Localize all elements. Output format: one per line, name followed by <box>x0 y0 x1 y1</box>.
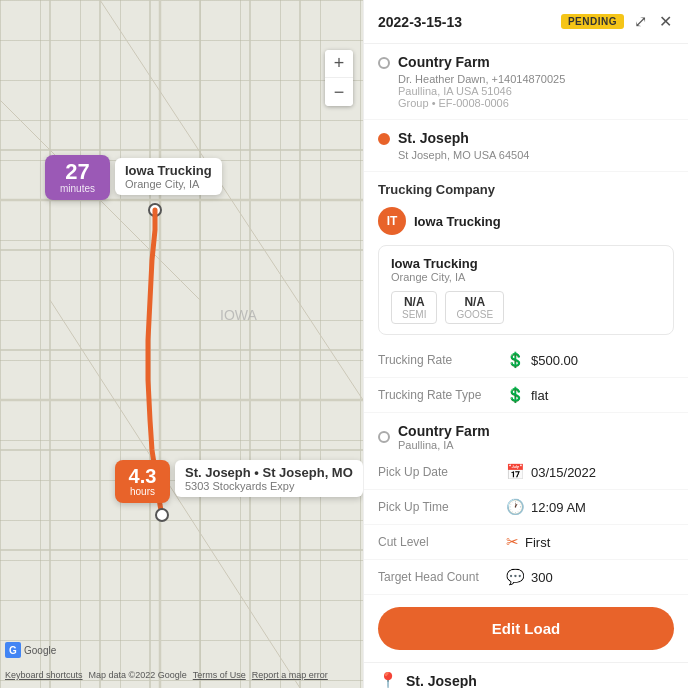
duration-unit: minutes <box>55 183 100 194</box>
card-company-location: Orange City, IA <box>391 271 661 283</box>
trucking-rate-type-label: Trucking Rate Type <box>378 388 498 402</box>
google-text: Google <box>24 645 56 656</box>
svg-point-18 <box>156 509 168 521</box>
map-section: IOWA + − 27 minutes Iowa Trucking Orange… <box>0 0 363 688</box>
trucking-company-row: IT Iowa Trucking <box>364 201 688 241</box>
dest-unit: hours <box>125 486 160 497</box>
semi-badge: N/A SEMI <box>391 291 437 324</box>
close-button[interactable]: ✕ <box>657 10 674 33</box>
company-avatar: IT <box>378 207 406 235</box>
pickup-date-value: 03/15/2022 <box>531 465 596 480</box>
cut-level-value-group: ✂ First <box>506 533 550 551</box>
bottom-stop: 📍 St. Joseph <box>364 662 688 688</box>
edit-load-button[interactable]: Edit Load <box>378 607 674 650</box>
duration-value: 27 <box>55 161 100 183</box>
keyboard-shortcuts-link[interactable]: Keyboard shortcuts <box>5 670 83 680</box>
farm-location: Paullina, IA <box>398 439 490 451</box>
panel-section: 2022-3-15-13 PENDING ⤢ ✕ Country Farm Dr… <box>363 0 688 688</box>
trucking-rate-row: Trucking Rate 💲 $500.00 <box>364 343 688 378</box>
scissors-icon: ✂ <box>506 533 519 551</box>
status-badge: PENDING <box>561 14 624 29</box>
clock-icon: 🕐 <box>506 498 525 516</box>
cut-level-value: First <box>525 535 550 550</box>
semi-value: N/A <box>402 295 426 309</box>
stop-country-farm: Country Farm Dr. Heather Dawn, +14014870… <box>364 44 688 120</box>
trucking-rate-value-group: 💲 $500.00 <box>506 351 578 369</box>
map-data-text: Map data ©2022 Google <box>89 670 187 680</box>
rate-type-icon: 💲 <box>506 386 525 404</box>
destination-label: St. Joseph • St Joseph, MO 5303 Stockyar… <box>175 460 363 497</box>
pickup-date-label: Pick Up Date <box>378 465 498 479</box>
trucking-rate-type-row: Trucking Rate Type 💲 flat <box>364 378 688 413</box>
stop-dot-1 <box>378 57 390 69</box>
stop-st-joseph-top: St. Joseph St Joseph, MO USA 64504 <box>364 120 688 172</box>
trucking-badges: N/A SEMI N/A GOOSE <box>391 291 661 324</box>
trucking-section-title: Trucking Company <box>364 172 688 201</box>
calendar-icon: 📅 <box>506 463 525 481</box>
main-container: IOWA + − 27 minutes Iowa Trucking Orange… <box>0 0 688 688</box>
goose-value: N/A <box>456 295 493 309</box>
company-name-main: Iowa Trucking <box>414 214 501 229</box>
farm-section: Country Farm Paullina, IA <box>364 413 688 455</box>
map-controls: + − <box>325 50 353 106</box>
trucking-rate-label: Trucking Rate <box>378 353 498 367</box>
map-company-name: Iowa Trucking <box>125 163 212 178</box>
duration-bubble: 27 minutes <box>45 155 110 200</box>
destination-time-bubble: 4.3 hours <box>115 460 170 503</box>
card-company-name: Iowa Trucking <box>391 256 661 271</box>
dest-value: 4.3 <box>125 466 160 486</box>
panel-header: 2022-3-15-13 PENDING ⤢ ✕ <box>364 0 688 44</box>
pickup-date-row: Pick Up Date 📅 03/15/2022 <box>364 455 688 490</box>
trucking-card: Iowa Trucking Orange City, IA N/A SEMI N… <box>378 245 674 335</box>
panel-date: 2022-3-15-13 <box>378 14 553 30</box>
pickup-date-value-group: 📅 03/15/2022 <box>506 463 596 481</box>
stop-2-name: St. Joseph <box>398 130 469 146</box>
stop-1-detail2: Group • EF-0008-0006 <box>398 97 674 109</box>
head-count-label: Target Head Count <box>378 570 498 584</box>
dest-label-address: 5303 Stockyards Expy <box>185 480 353 492</box>
google-logo: G <box>5 642 21 658</box>
report-error-link[interactable]: Report a map error <box>252 670 328 680</box>
pin-icon: 📍 <box>378 671 398 688</box>
map-company-location: Orange City, IA <box>125 178 212 190</box>
map-footer: Keyboard shortcuts Map data ©2022 Google… <box>5 670 328 680</box>
farm-dot <box>378 431 390 443</box>
goose-badge: N/A GOOSE <box>445 291 504 324</box>
pickup-time-value-group: 🕐 12:09 AM <box>506 498 586 516</box>
stop-1-name: Country Farm <box>398 54 490 70</box>
map-company-label: Iowa Trucking Orange City, IA <box>115 158 222 195</box>
trucking-rate-value: $500.00 <box>531 353 578 368</box>
google-watermark: G Google <box>5 642 56 658</box>
head-count-row: Target Head Count 💬 300 <box>364 560 688 595</box>
stop-dot-2 <box>378 133 390 145</box>
cut-level-row: Cut Level ✂ First <box>364 525 688 560</box>
pickup-time-value: 12:09 AM <box>531 500 586 515</box>
head-count-value: 300 <box>531 570 553 585</box>
svg-text:IOWA: IOWA <box>220 307 257 323</box>
trucking-rate-type-value: flat <box>531 388 548 403</box>
stop-1-detail1: Paullina, IA USA 51046 <box>398 85 674 97</box>
dollar-icon: 💲 <box>506 351 525 369</box>
zoom-in-button[interactable]: + <box>325 50 353 78</box>
expand-button[interactable]: ⤢ <box>632 10 649 33</box>
stop-2-address: St Joseph, MO USA 64504 <box>398 149 674 161</box>
bottom-stop-name: St. Joseph <box>406 673 477 689</box>
stop-1-contact: Dr. Heather Dawn, +14014870025 <box>398 73 674 85</box>
dest-label-title: St. Joseph • St Joseph, MO <box>185 465 353 480</box>
zoom-out-button[interactable]: − <box>325 78 353 106</box>
semi-label: SEMI <box>402 309 426 320</box>
farm-info: Country Farm Paullina, IA <box>398 423 490 451</box>
pickup-time-label: Pick Up Time <box>378 500 498 514</box>
farm-name: Country Farm <box>398 423 490 439</box>
trucking-rate-type-value-group: 💲 flat <box>506 386 548 404</box>
header-icons: ⤢ ✕ <box>632 10 674 33</box>
map-svg: IOWA <box>0 0 363 688</box>
pickup-time-row: Pick Up Time 🕐 12:09 AM <box>364 490 688 525</box>
comment-icon: 💬 <box>506 568 525 586</box>
cut-level-label: Cut Level <box>378 535 498 549</box>
terms-link[interactable]: Terms of Use <box>193 670 246 680</box>
head-count-value-group: 💬 300 <box>506 568 553 586</box>
goose-label: GOOSE <box>456 309 493 320</box>
